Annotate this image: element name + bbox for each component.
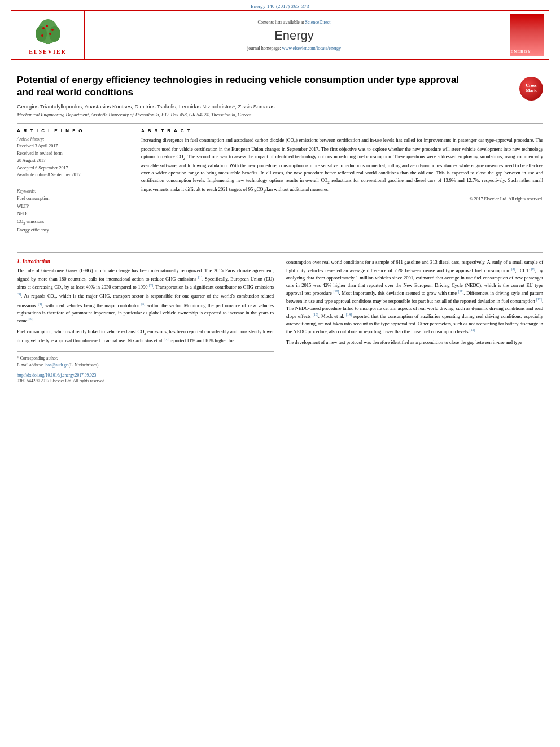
intro-paragraph-3: consumption over real world conditions f… (286, 259, 543, 335)
elsevier-logo-area: ELSEVIER (11, 11, 85, 59)
article-title-area: CrossMark Potential of energy efficiency… (17, 74, 543, 99)
contents-line: Contents lists available at ScienceDirec… (258, 20, 331, 25)
journal-cover-area (504, 11, 549, 59)
abstract-heading: A B S T R A C T (141, 128, 543, 133)
authors: Georgios Triantafyllopoulos, Anastasios … (17, 103, 543, 110)
body-right-col: consumption over real world conditions f… (286, 259, 543, 384)
journal-center-info: Contents lists available at ScienceDirec… (85, 11, 504, 59)
article-history-block: Article history: Received 3 April 2017 R… (17, 137, 130, 179)
crossmark-area: CrossMark (519, 77, 543, 101)
journal-title: Energy (274, 28, 314, 43)
elsevier-tree-icon (25, 16, 71, 47)
svg-point-4 (42, 27, 45, 29)
keyword-1: Fuel consumption (17, 195, 130, 203)
body-two-col: 1. Introduction The role of Greenhouse G… (17, 259, 543, 384)
bottom-links: http://dx.doi.org/10.1016/j.energy.2017.… (17, 373, 274, 378)
article-title: Potential of energy efficiency technolog… (17, 74, 469, 99)
received-revised-label: Received in revised form (17, 150, 130, 158)
svg-point-5 (51, 29, 54, 31)
body-left-col: 1. Introduction The role of Greenhouse G… (17, 259, 274, 384)
journal-citation-bar: Energy 140 (2017) 365–373 (0, 0, 560, 10)
journal-citation-text: Energy 140 (2017) 365–373 (251, 3, 309, 9)
journal-homepage-link[interactable]: www.elsevier.com/locate/energy (282, 46, 341, 51)
email-note: E-mail address: leon@auth.gr (L. Ntziach… (17, 362, 274, 368)
intro-paragraph-1: The role of Greenhouse Gases (GHG) in cl… (17, 267, 274, 324)
intro-paragraph-4: The development of a new test protocol w… (286, 339, 543, 346)
svg-point-7 (49, 33, 51, 35)
received-revised-date: 28 August 2017 (17, 158, 130, 165)
keyword-4: CO2 emissions (17, 218, 130, 226)
divider-2 (17, 184, 130, 184)
journal-cover-image (510, 14, 544, 56)
journal-header: ELSEVIER Contents lists available at Sci… (11, 10, 549, 60)
info-abstract-section: A R T I C L E I N F O Article history: R… (17, 128, 543, 234)
journal-homepage: journal homepage: www.elsevier.com/locat… (247, 46, 341, 51)
article-info-heading: A R T I C L E I N F O (17, 128, 130, 133)
main-content: CrossMark Potential of energy efficiency… (0, 60, 560, 390)
crossmark-badge: CrossMark (519, 77, 543, 101)
keywords-label: Keywords: (17, 189, 130, 194)
received-date: Received 3 April 2017 Received in revise… (17, 143, 130, 179)
keywords-block: Keywords: Fuel consumption WLTP NEDC CO2… (17, 189, 130, 234)
svg-point-2 (36, 26, 47, 42)
issn-text: 0360-5442/© 2017 Elsevier Ltd. All right… (17, 378, 274, 384)
affiliation: Mechanical Engineering Department, Arist… (17, 112, 543, 117)
abstract-col: A B S T R A C T Increasing divergence in… (141, 128, 543, 234)
keyword-2: WLTP (17, 203, 130, 211)
divider-3 (17, 241, 543, 241)
keyword-5: Energy efficiency (17, 226, 130, 234)
intro-paragraph-2: Fuel consumption, which is directly link… (17, 328, 274, 345)
svg-point-8 (41, 34, 43, 37)
email-link[interactable]: leon@auth.gr (45, 362, 69, 368)
abstract-text: Increasing divergence in fuel consumptio… (141, 137, 543, 194)
section-1-title: 1. Introduction (17, 259, 274, 264)
keyword-3: NEDC (17, 210, 130, 218)
elsevier-label: ELSEVIER (29, 49, 67, 55)
body-section: 1. Introduction The role of Greenhouse G… (17, 252, 543, 384)
divider-1 (17, 123, 543, 124)
history-label: Article history: (17, 137, 130, 142)
corresponding-author-note: * Corresponding author. (17, 355, 274, 361)
doi-link[interactable]: http://dx.doi.org/10.1016/j.energy.2017.… (17, 373, 96, 378)
sciencedirect-link[interactable]: ScienceDirect (305, 20, 331, 25)
footnote-area: * Corresponding author. E-mail address: … (17, 351, 274, 368)
svg-point-6 (46, 25, 48, 27)
article-info-col: A R T I C L E I N F O Article history: R… (17, 128, 130, 234)
copyright-line: © 2017 Elsevier Ltd. All rights reserved… (141, 196, 543, 202)
crossmark-text: CrossMark (526, 84, 537, 94)
